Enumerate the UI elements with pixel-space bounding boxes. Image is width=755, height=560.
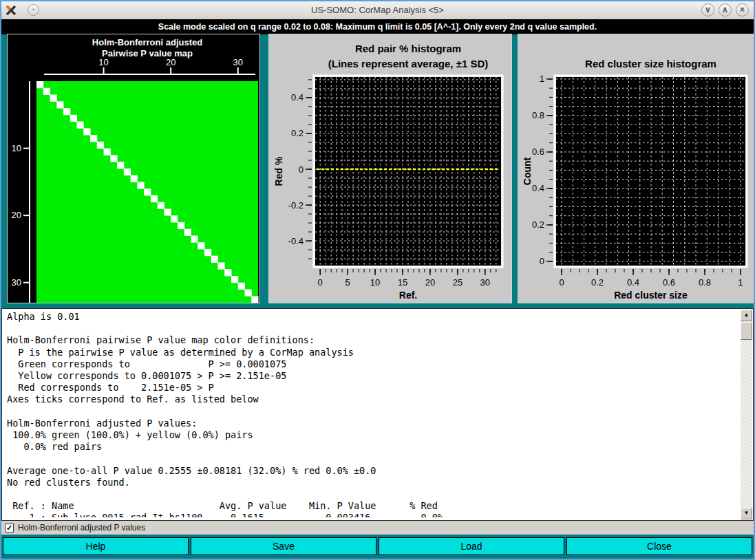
close-window-button[interactable]: ×	[736, 3, 749, 17]
svg-text:0: 0	[318, 277, 323, 288]
svg-text:0.8: 0.8	[699, 277, 711, 288]
svg-text:-0.4: -0.4	[288, 236, 304, 246]
svg-text:5: 5	[345, 277, 350, 288]
scrollbar-thumb[interactable]	[741, 322, 752, 340]
maximize-button[interactable]: ∧	[719, 3, 732, 17]
pvalue-map-canvas[interactable]: 102030102030	[8, 34, 259, 303]
analysis-console-text[interactable]: Alpha is 0.01 Holm-Bonferroni pairwise P…	[2, 309, 753, 517]
svg-text:1: 1	[540, 74, 544, 84]
svg-text:30: 30	[233, 57, 242, 67]
pvalue-map-panel: Holm-Bonferroni adjusted Pairwise P valu…	[8, 34, 259, 303]
help-button[interactable]: Help	[3, 537, 189, 555]
titlebar: • US-SOMO: CorMap Analysis <5> ∨ ∧ ×	[1, 1, 754, 20]
svg-text:0: 0	[299, 164, 304, 175]
svg-text:30: 30	[12, 277, 21, 288]
scroll-down-button[interactable]: ▼	[741, 508, 752, 519]
app-window: • US-SOMO: CorMap Analysis <5> ∨ ∧ × Sca…	[0, 0, 755, 560]
red-pair-yaxis-label: Red %	[273, 103, 284, 240]
svg-text:30: 30	[480, 277, 490, 288]
svg-text:0: 0	[559, 277, 564, 288]
minimize-button[interactable]: ∨	[701, 3, 714, 17]
svg-text:0.2: 0.2	[532, 219, 544, 230]
red-cluster-histogram-panel: Red cluster size histogram 00.20.40.60.8…	[518, 34, 753, 303]
options-row: ✓ Holm-Bonferroni adjusted P values	[1, 521, 754, 535]
svg-text:0.4: 0.4	[291, 92, 304, 103]
red-cluster-yaxis-label: Count	[522, 103, 533, 240]
red-pair-histogram-panel: Red pair % histogram (Lines represent av…	[269, 34, 511, 303]
svg-text:-0.2: -0.2	[288, 200, 304, 211]
footer-buttons: Help Save Load Close	[1, 535, 754, 559]
svg-text:0.2: 0.2	[291, 128, 304, 138]
svg-text:10: 10	[12, 143, 21, 153]
window-title: US-SOMO: CorMap Analysis <5>	[1, 1, 754, 19]
svg-text:20: 20	[12, 210, 21, 220]
svg-text:0.6: 0.6	[663, 277, 675, 288]
scroll-up-button[interactable]: ▲	[741, 310, 752, 321]
svg-text:20: 20	[425, 277, 435, 288]
svg-text:25: 25	[453, 277, 462, 288]
svg-text:0.8: 0.8	[532, 110, 544, 120]
load-button[interactable]: Load	[379, 537, 564, 555]
svg-text:0.4: 0.4	[532, 183, 544, 193]
svg-text:0.4: 0.4	[627, 277, 639, 288]
scale-mode-banner: Scale mode scaled on q range 0.02 to 0.0…	[1, 19, 754, 34]
red-pair-histogram-canvas[interactable]: 051015202530-0.4-0.200.20.4	[269, 34, 511, 303]
svg-text:0.2: 0.2	[591, 277, 604, 288]
holm-bonferroni-checkbox-label: Holm-Bonferroni adjusted P values	[18, 523, 145, 532]
red-pair-xaxis-label: Ref.	[315, 290, 501, 301]
console-scrollbar[interactable]: ▲ ▼	[741, 310, 752, 519]
svg-text:0.6: 0.6	[532, 147, 544, 157]
svg-text:10: 10	[370, 277, 380, 288]
save-button[interactable]: Save	[191, 537, 376, 555]
analysis-console: Alpha is 0.01 Holm-Bonferroni pairwise P…	[1, 308, 754, 521]
red-cluster-xaxis-label: Red cluster size	[556, 290, 745, 301]
svg-text:1: 1	[738, 277, 743, 288]
svg-text:15: 15	[398, 277, 407, 288]
close-button[interactable]: Close	[566, 537, 752, 555]
svg-text:0: 0	[540, 256, 544, 266]
red-cluster-histogram-canvas[interactable]: 00.20.40.60.8100.20.40.60.81	[518, 34, 753, 303]
svg-text:20: 20	[166, 57, 176, 67]
holm-bonferroni-checkbox[interactable]: ✓	[5, 524, 14, 532]
plots-region: Holm-Bonferroni adjusted Pairwise P valu…	[1, 34, 754, 308]
svg-text:10: 10	[98, 57, 108, 67]
